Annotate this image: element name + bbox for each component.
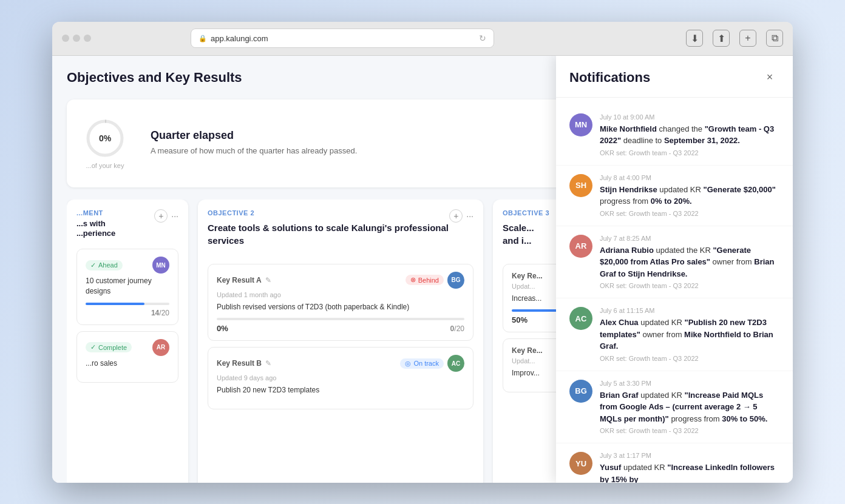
obj1-add-btn[interactable]: + bbox=[154, 209, 168, 223]
tabs-btn[interactable]: ⧉ bbox=[766, 30, 783, 47]
kr-item-1-b: ✓ Complete AR ...ro sales bbox=[76, 331, 178, 383]
notification-item-6: YU July 3 at 1:17 PM Yusuf updated KR "I… bbox=[556, 443, 793, 483]
notif-3-okr-set: OKR set: Growth team - Q3 2022 bbox=[600, 282, 779, 289]
quarter-elapsed: Quarter elapsed A measure of how much of… bbox=[151, 129, 622, 156]
kr-3a-label: Key Re... bbox=[512, 272, 543, 280]
own-progress-sublabel: ...of your key bbox=[86, 162, 124, 169]
complete-checkmark-icon: ✓ bbox=[90, 343, 96, 351]
notif-5-okr-set: OKR set: Growth team - Q3 2022 bbox=[600, 427, 779, 434]
checkmark-icon: ✓ bbox=[90, 261, 96, 269]
kr-1a-count: 14/20 bbox=[151, 309, 169, 317]
notification-item-4: AC July 6 at 11:15 AM Alex Chua updated … bbox=[556, 298, 793, 371]
kr-3a-pct: 50% bbox=[512, 315, 528, 324]
notif-4-avatar: AC bbox=[569, 307, 592, 330]
kr-2a-header: Key Result A ✎ ⊗ Behind BG bbox=[217, 272, 464, 289]
browser-dot-3 bbox=[84, 35, 91, 42]
download-btn[interactable]: ⬇ bbox=[686, 30, 703, 47]
app-content: Objectives and Key Results ? ⚡ 0% bbox=[52, 56, 793, 483]
notif-4-content: July 6 at 11:15 AM Alex Chua updated KR … bbox=[600, 307, 779, 362]
on-track-icon: ◎ bbox=[405, 360, 411, 368]
address-bar[interactable]: 🔒 app.kalungi.com ↻ bbox=[191, 29, 494, 48]
obj2-more-btn[interactable]: ··· bbox=[466, 209, 473, 223]
kr-2b-avatar: AC bbox=[447, 355, 464, 372]
notif-5-text: Brian Graf updated KR "Increase Paid MQL… bbox=[600, 389, 779, 425]
browser-window: 🔒 app.kalungi.com ↻ ⬇ ⬆ + ⧉ Objectives a… bbox=[52, 22, 793, 483]
notif-2-text: Stijn Hendrikse updated KR "Generate $20… bbox=[600, 184, 779, 207]
own-progress-stat: 0% ...of your key bbox=[84, 117, 126, 169]
notif-4-text: Alex Chua updated KR "Publish 20 new T2D… bbox=[600, 317, 779, 352]
notif-1-time: July 10 at 9:00 AM bbox=[600, 113, 779, 121]
notif-6-text: Yusuf updated KR "Increase LinkedIn foll… bbox=[600, 462, 779, 483]
notif-6-content: July 3 at 1:17 PM Yusuf updated KR "Incr… bbox=[600, 452, 779, 483]
kr-1a-avatar: MN bbox=[152, 257, 169, 274]
kr-1a-progress-bar bbox=[86, 303, 169, 305]
page-title: Objectives and Key Results bbox=[67, 70, 242, 86]
notifications-panel: Notifications × MN July 10 at 9:00 AM Mi… bbox=[556, 56, 793, 483]
browser-dot-1 bbox=[62, 35, 69, 42]
kr-1a-fill bbox=[86, 303, 144, 305]
own-progress-circle: 0% bbox=[84, 117, 126, 160]
browser-dot-2 bbox=[73, 35, 80, 42]
notifications-close-button[interactable]: × bbox=[760, 68, 779, 87]
notification-item-3: AR July 7 at 8:25 AM Adriana Rubio updat… bbox=[556, 226, 793, 299]
obj2-title: Create tools & solutions to scale Kalung… bbox=[208, 221, 449, 247]
kr-2a-progress-bar bbox=[217, 318, 464, 320]
kr-2b-date: Updated 9 days ago bbox=[217, 374, 464, 381]
kr-2a-avatar: BG bbox=[447, 272, 464, 289]
kr-1a-progress-row: 14/20 bbox=[86, 309, 169, 317]
kr-1b-avatar: AR bbox=[152, 339, 169, 356]
notif-2-okr-set: OKR set: Growth team - Q3 2022 bbox=[600, 210, 779, 217]
notif-1-content: July 10 at 9:00 AM Mike Northfield chang… bbox=[600, 113, 779, 156]
kr-2a-edit-icon[interactable]: ✎ bbox=[265, 276, 271, 284]
share-btn[interactable]: ⬆ bbox=[713, 30, 730, 47]
kr-2a-pct: 0% bbox=[217, 324, 228, 333]
lock-icon: 🔒 bbox=[199, 35, 207, 42]
obj1-title: ...s with...perience bbox=[76, 219, 154, 240]
kr-item-2-b: Key Result B ✎ ◎ On track AC bbox=[208, 347, 473, 409]
kr-1b-text: ...ro sales bbox=[86, 358, 169, 369]
kr-2b-status: ◎ On track bbox=[400, 358, 444, 369]
url-text: app.kalungi.com bbox=[211, 34, 268, 43]
notif-4-okr-set: OKR set: Growth team - Q3 2022 bbox=[600, 355, 779, 362]
notif-5-avatar: BG bbox=[569, 380, 592, 403]
kr-1b-status: ✓ Complete bbox=[86, 342, 132, 352]
obj1-label: ...ment bbox=[76, 209, 154, 217]
reload-icon[interactable]: ↻ bbox=[479, 33, 486, 43]
kr-2b-header: Key Result B ✎ ◎ On track AC bbox=[217, 355, 464, 372]
kr-item-1-a: ✓ Ahead MN 10 customer journey designs bbox=[76, 249, 178, 325]
kr-2b-text: Publish 20 new T2D3 templates bbox=[217, 385, 464, 395]
notifications-title: Notifications bbox=[569, 70, 650, 86]
kr-1a-header: ✓ Ahead MN bbox=[86, 257, 169, 274]
own-progress-label: 0% bbox=[99, 133, 111, 143]
kr-2a-progress-row: 0% 0/20 bbox=[217, 324, 464, 333]
obj2-add-btn[interactable]: + bbox=[449, 209, 463, 223]
notif-3-time: July 7 at 8:25 AM bbox=[600, 235, 779, 242]
behind-icon: ⊗ bbox=[410, 276, 416, 284]
kr-1a-status: ✓ Ahead bbox=[86, 260, 123, 270]
kr-1b-header: ✓ Complete AR bbox=[86, 339, 169, 356]
notif-2-content: July 8 at 4:00 PM Stijn Hendrikse update… bbox=[600, 174, 779, 217]
objective-card-2: OBJECTIVE 2 Create tools & solutions to … bbox=[198, 200, 483, 483]
notifications-header: Notifications × bbox=[556, 56, 793, 98]
kr-3b-label: Key Re... bbox=[512, 346, 543, 355]
notif-5-time: July 5 at 3:30 PM bbox=[600, 380, 779, 387]
notif-2-avatar: SH bbox=[569, 174, 592, 197]
notif-4-time: July 6 at 11:15 AM bbox=[600, 307, 779, 314]
notif-2-time: July 8 at 4:00 PM bbox=[600, 174, 779, 181]
kr-item-2-a: Key Result A ✎ ⊗ Behind BG U bbox=[208, 264, 473, 341]
obj1-more-btn[interactable]: ··· bbox=[171, 209, 178, 223]
quarter-elapsed-title: Quarter elapsed bbox=[151, 129, 622, 142]
notif-1-okr-set: OKR set: Growth team - Q3 2022 bbox=[600, 149, 779, 156]
browser-dots bbox=[62, 35, 91, 42]
browser-actions: ⬇ ⬆ + ⧉ bbox=[686, 30, 783, 47]
kr-2b-label: Key Result B bbox=[217, 359, 262, 368]
kr-1a-text: 10 customer journey designs bbox=[86, 276, 169, 297]
obj2-label: OBJECTIVE 2 bbox=[208, 209, 449, 217]
quarter-elapsed-desc: A measure of how much of the quarter has… bbox=[151, 146, 622, 156]
kr-2a-label: Key Result A bbox=[217, 276, 262, 284]
kr-2a-date: Updated 1 month ago bbox=[217, 291, 464, 298]
add-tab-btn[interactable]: + bbox=[739, 30, 756, 47]
kr-2b-edit-icon[interactable]: ✎ bbox=[265, 359, 271, 368]
notif-6-avatar: YU bbox=[569, 452, 592, 475]
notif-3-text: Adriana Rubio updated the KR "Generate $… bbox=[600, 244, 779, 280]
